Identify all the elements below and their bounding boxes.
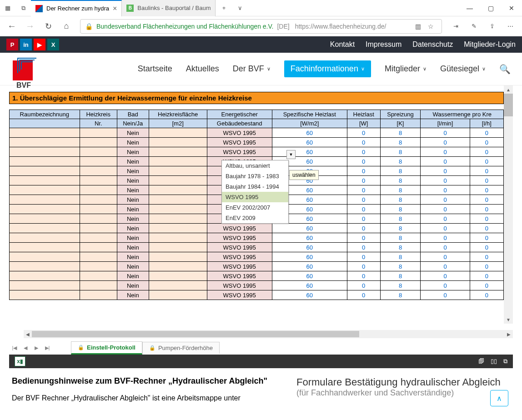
main-nav: BVF StartseiteAktuellesDer BVF∨Fachinfor… (0, 53, 522, 85)
scroll-to-top-button[interactable]: ∧ (490, 390, 508, 406)
address-bar[interactable]: 🔒 Bundesverband Flächenheizungen und Flä… (80, 19, 442, 34)
table-row[interactable]: NeinWSVO 1995600800 (10, 128, 504, 138)
forms-heading: Formulare Bestätigung hydraulischer Abgl… (296, 376, 510, 388)
sheet-tab-label-1: Einstell-Protokoll (87, 344, 136, 351)
browser-tab-inactive[interactable]: B Baulinks - Bauportal / Baum (122, 0, 216, 16)
linkedin-icon[interactable]: in (20, 39, 32, 50)
toolbar-ext-2[interactable]: ✎ (466, 18, 482, 35)
lock-icon: 🔒 (85, 23, 93, 30)
dropdown-option[interactable]: EnEV 2002/2007 (222, 202, 288, 213)
table-row[interactable]: NeinWSVO 1995600800 (10, 281, 504, 290)
content-left-column: Bedienungshinweise zum BVF-Rechner „Hydr… (12, 376, 287, 402)
back-button[interactable]: ← (4, 18, 20, 35)
table-row[interactable]: NeinWSVO 1995600800 (10, 233, 504, 243)
table-row[interactable]: NeinWSVO 1995600800 (10, 147, 504, 157)
window-close-button[interactable]: ✕ (501, 0, 522, 16)
scroll-thumb[interactable] (504, 94, 513, 116)
top-link-kontakt[interactable]: Kontakt (330, 40, 355, 49)
bvf-logo[interactable]: BVF (13, 55, 41, 83)
table-row[interactable]: NeinWSVO 1995600800 (10, 138, 504, 147)
top-link-datenschutz[interactable]: Datenschutz (412, 40, 453, 49)
hscroll-thumb[interactable] (32, 331, 359, 337)
pinterest-icon[interactable]: P (6, 39, 18, 50)
instructions-heading: Bedienungshinweise zum BVF-Rechner „Hydr… (12, 376, 287, 386)
nav-item-2[interactable]: Der BVF∨ (233, 64, 271, 74)
youtube-icon[interactable]: ▶ (34, 39, 45, 50)
page-content: Bedienungshinweise zum BVF-Rechner „Hydr… (0, 368, 522, 410)
lock-icon: 🔒 (149, 345, 156, 351)
vertical-scrollbar[interactable]: ▲ ▼ (504, 85, 513, 324)
sheet-tab-einstell[interactable]: 🔒 Einstell-Protokoll (71, 341, 142, 355)
dropdown-option[interactable]: EnEV 2009 (222, 213, 288, 223)
tab-title-1: Der Rechner zum hydra (46, 5, 109, 12)
favicon-1 (35, 5, 43, 12)
tab-title-2: Baulinks - Bauportal / Baum (137, 5, 211, 11)
dropdown-tooltip: uswählen (289, 170, 319, 180)
share-button[interactable]: ⇪ (484, 18, 500, 35)
top-links: Kontakt Impressum Datenschutz Mitglieder… (330, 40, 516, 49)
refresh-button[interactable]: ↻ (40, 18, 56, 35)
excel-action-1[interactable]: 🗐 (478, 358, 484, 365)
sheet-nav-first[interactable]: |◀ (9, 342, 20, 353)
dropdown-option[interactable]: WSVO 1995 (222, 192, 288, 202)
xing-icon[interactable]: X (47, 39, 59, 50)
more-button[interactable]: ⋯ (502, 18, 518, 35)
site-name: Bundesverband Flächenheizungen und Fläch… (96, 23, 273, 30)
scroll-up-icon[interactable]: ▲ (504, 85, 513, 94)
social-buttons: P in ▶ X (6, 39, 59, 50)
table-row[interactable]: NeinWSVO 1995600800 (10, 262, 504, 271)
dropdown-option[interactable]: Baujahr 1984 - 1994 (222, 181, 288, 192)
window-minimize-button[interactable]: — (459, 0, 480, 16)
window-maximize-button[interactable]: ▢ (480, 0, 501, 16)
sheet-nav-next[interactable]: ▶ (31, 342, 42, 353)
dropdown-option[interactable]: Altbau, unsaniert (222, 160, 288, 171)
sheet-nav-last[interactable]: ▶| (42, 342, 53, 353)
top-link-login[interactable]: Mitglieder-Login (464, 40, 516, 49)
new-tab-button[interactable]: + (216, 0, 232, 16)
excel-logo-icon[interactable]: x▮ (15, 356, 25, 366)
table-row[interactable]: NeinWSVO 1995600800 (10, 252, 504, 262)
top-link-impressum[interactable]: Impressum (366, 40, 402, 49)
instructions-paragraph: Der BVF Rechner „Hydraulischer Abgleich"… (12, 394, 287, 402)
dropdown-button[interactable]: ▼ (286, 150, 296, 159)
favorite-icon[interactable]: ☆ (428, 23, 437, 30)
sheet-tab-pumpen[interactable]: 🔒 Pumpen-Förderhöhe (142, 342, 220, 354)
excel-action-2[interactable]: ▯▯ (491, 358, 497, 365)
nav-item-0[interactable]: Startseite (138, 64, 172, 74)
nav-item-1[interactable]: Aktuelles (186, 64, 219, 74)
sheet-nav-prev[interactable]: ◀ (20, 342, 31, 353)
sheet-tab-label-2: Pumpen-Förderhöhe (158, 345, 213, 351)
sheet-tabs-row: |◀ ◀ ▶ ▶| 🔒 Einstell-Protokoll 🔒 Pumpen-… (0, 341, 522, 355)
hscroll-right-icon[interactable]: ▶ (505, 332, 513, 337)
nav-item-3[interactable]: Fachinformationen∨ (284, 60, 371, 77)
favicon-2: B (126, 5, 134, 12)
sidebar-icon[interactable]: ⧉ (19, 4, 27, 12)
sheet-title: 1. Überschlägige Ermittlung der Heizwass… (9, 92, 504, 104)
forward-button[interactable]: → (22, 18, 38, 35)
window-icon: ▦ (4, 4, 12, 12)
cert-badge: [DE] (277, 23, 289, 30)
table-row[interactable]: NeinWSVO 1995600800 (10, 224, 504, 233)
hscroll-left-icon[interactable]: ◀ (24, 332, 32, 337)
lock-icon: 🔒 (78, 345, 84, 350)
dropdown-list: Altbau, unsaniertBaujahr 1978 - 1983Bauj… (221, 160, 289, 224)
browser-tab-active[interactable]: Der Rechner zum hydra × (31, 0, 122, 16)
table-row[interactable]: NeinWSVO 1995600800 (10, 271, 504, 281)
home-button[interactable]: ⌂ (58, 18, 75, 35)
reader-icon[interactable]: ▥ (415, 23, 424, 30)
table-row[interactable]: NeinWSVO 1995600800 (10, 243, 504, 252)
url-text: https://www.flaechenheizung.de/ (295, 23, 386, 30)
horizontal-scrollbar[interactable]: ◀ ▶ (24, 330, 513, 338)
scroll-down-icon[interactable]: ▼ (504, 315, 513, 324)
nav-item-5[interactable]: Gütesiegel∨ (440, 64, 486, 74)
toolbar-ext-1[interactable]: ⇥ (447, 18, 464, 35)
nav-item-4[interactable]: Mitglieder∨ (385, 64, 427, 74)
close-tab-icon[interactable]: × (113, 5, 117, 13)
search-icon[interactable]: 🔍 (497, 61, 513, 77)
tab-chev-icon[interactable]: ∨ (232, 0, 248, 16)
dropdown-option[interactable]: Baujahr 1978 - 1983 (222, 171, 288, 181)
excel-action-3[interactable]: ⧉ (503, 358, 507, 365)
table-row[interactable]: NeinWSVO 1995600800 (10, 290, 504, 300)
content-right-column: Formulare Bestätigung hydraulischer Abgl… (296, 376, 510, 402)
site-top-bar: P in ▶ X Kontakt Impressum Datenschutz M… (0, 36, 522, 53)
